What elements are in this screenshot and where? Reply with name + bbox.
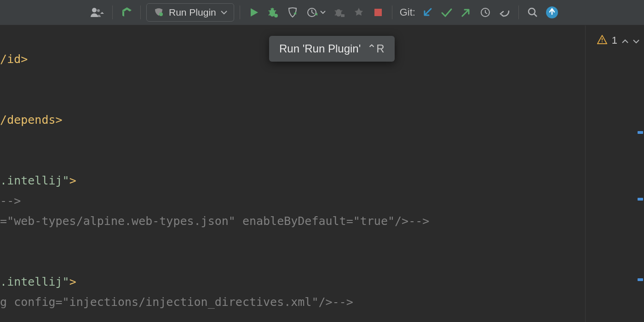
code-line: rg.intellij"> xyxy=(0,272,429,292)
build-button[interactable] xyxy=(118,4,135,21)
profile-button[interactable] xyxy=(304,4,328,21)
git-commit-button[interactable] xyxy=(438,4,455,21)
search-everywhere-button[interactable] xyxy=(524,4,541,21)
warning-count: 1 xyxy=(612,34,617,46)
sync-button[interactable] xyxy=(544,4,560,21)
run-tooltip: Run 'Run Plugin' ⌃R xyxy=(269,36,395,62)
toolbar-separator xyxy=(140,6,141,19)
toolbar-separator xyxy=(112,6,113,19)
run-coverage-button[interactable] xyxy=(284,4,301,21)
toolbar-separator xyxy=(518,6,519,19)
toolbar-separator xyxy=(240,6,240,19)
marker-stripe[interactable] xyxy=(638,131,643,134)
svg-point-4 xyxy=(274,14,278,17)
code-line xyxy=(0,150,429,171)
attach-debugger-button[interactable] xyxy=(331,4,348,21)
code-line: fig config="injections/injection_directi… xyxy=(0,292,429,312)
git-revert-button[interactable] xyxy=(496,4,513,21)
code-line xyxy=(0,130,429,150)
marker-stripe[interactable] xyxy=(638,278,643,281)
svg-point-6 xyxy=(336,9,341,17)
inspection-prev-icon[interactable] xyxy=(622,35,628,46)
marker-stripe[interactable] xyxy=(638,198,643,201)
run-config-icon xyxy=(153,6,164,18)
code-line: ce="web-types/alpine.web-types.json" ena… xyxy=(0,211,429,231)
git-pull-button[interactable] xyxy=(419,4,436,21)
warning-icon xyxy=(597,35,607,46)
run-config-label: Run Plugin xyxy=(169,7,216,18)
stop-related-button[interactable] xyxy=(351,4,367,21)
svg-point-1 xyxy=(97,9,100,12)
user-with-me-button[interactable] xyxy=(87,4,107,21)
git-history-button[interactable] xyxy=(477,4,494,21)
inspection-next-icon[interactable] xyxy=(633,35,639,46)
svg-point-10 xyxy=(529,8,535,15)
git-label: Git: xyxy=(398,6,416,18)
svg-rect-13 xyxy=(602,41,603,42)
svg-rect-7 xyxy=(341,14,345,17)
svg-rect-8 xyxy=(374,9,382,16)
chevron-down-icon xyxy=(221,8,227,17)
stop-button[interactable] xyxy=(370,4,386,21)
code-line xyxy=(0,252,429,272)
code-line: / --> xyxy=(0,191,429,211)
code-line xyxy=(0,69,429,90)
code-editor[interactable]: ></id> ></depends> om.intellij">/ -->ce=… xyxy=(0,25,585,322)
code-line: ></depends> xyxy=(0,110,429,130)
right-gutter: 1 xyxy=(585,25,644,322)
debug-button[interactable] xyxy=(265,4,282,21)
tooltip-shortcut: ⌃R xyxy=(367,42,384,55)
tooltip-text: Run 'Run Plugin' xyxy=(279,42,361,55)
run-configuration-selector[interactable]: Run Plugin xyxy=(146,3,234,22)
svg-point-2 xyxy=(159,12,163,16)
svg-rect-12 xyxy=(602,38,603,40)
toolbar-separator xyxy=(392,6,392,19)
git-push-button[interactable] xyxy=(458,4,474,21)
inspection-widget[interactable]: 1 xyxy=(597,34,639,46)
editor-area: ></id> ></depends> om.intellij">/ -->ce=… xyxy=(0,25,644,322)
svg-point-0 xyxy=(92,8,97,12)
code-line xyxy=(0,231,429,252)
code-line: om.intellij"> xyxy=(0,171,429,191)
run-button[interactable] xyxy=(246,4,262,21)
code-line xyxy=(0,90,429,110)
main-toolbar: Run Plugin Git: xyxy=(0,0,644,25)
